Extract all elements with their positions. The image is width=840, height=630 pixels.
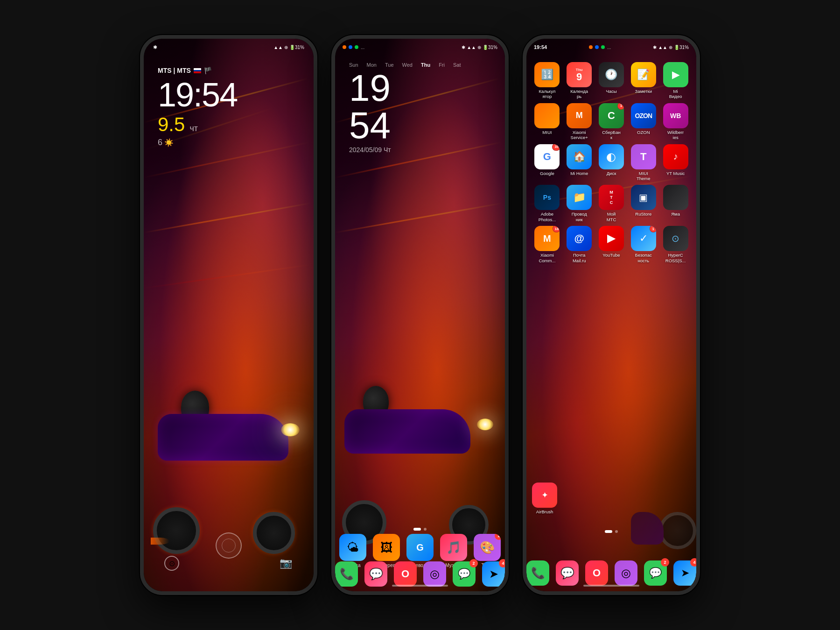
app-sber[interactable]: С 1 СберБанк xyxy=(596,103,627,140)
app-calculator[interactable]: 🔢 Калькулятор xyxy=(532,62,562,99)
wifi-icon: ⊕ xyxy=(284,45,288,50)
ozon-label: OZON xyxy=(637,130,650,135)
battery-grid: 🔋31% xyxy=(674,45,689,50)
themes-app-icon[interactable]: 🎨 2 xyxy=(474,534,501,561)
app-xiaomi-service[interactable]: М XiaomiService+ xyxy=(564,103,595,140)
hyperc-icon[interactable]: ⊙ xyxy=(663,226,688,251)
wifi-home: ⊕ xyxy=(477,45,481,50)
lockscreen-content: MTS | MTS 🏴 19:54 9.5 чт 6 ☀️ xyxy=(158,67,300,147)
app-miui[interactable]: MIUI xyxy=(532,103,562,140)
whatsapp-badge: 2 xyxy=(469,559,478,567)
calculator-icon[interactable]: 🔢 xyxy=(534,62,560,87)
weather-icon: ☀️ xyxy=(164,138,174,147)
security-icon[interactable]: ✓ 1 xyxy=(631,226,656,251)
app-yama[interactable]: Яма xyxy=(660,185,691,222)
google-icon[interactable]: G 30 xyxy=(534,144,560,169)
app-mihome[interactable]: 🏠 Mi Home xyxy=(564,144,595,182)
miui-themes-icon[interactable]: T xyxy=(631,144,656,169)
app-hyperc[interactable]: ⊙ HyperCROSS|S... xyxy=(660,226,691,263)
notes-icon[interactable]: 📝 xyxy=(631,62,656,87)
send-icon-3[interactable]: ➤ 4 xyxy=(673,560,696,586)
camera-icon[interactable]: 📷 xyxy=(276,554,295,573)
flag-icon xyxy=(194,68,201,73)
app-files[interactable]: 📁 Проводник xyxy=(564,185,595,222)
calendar-icon[interactable]: Thu 9 xyxy=(567,62,592,87)
messages-icon[interactable]: 💬 xyxy=(364,561,387,587)
app-miui-themes[interactable]: T MIUITheme xyxy=(628,144,658,182)
adobe-icon[interactable]: Ps xyxy=(534,185,560,210)
status-bar-home: ... ✱ ▲▲ ⊕ 🔋31% xyxy=(335,39,505,56)
gallery-app-icon[interactable]: 🖼 xyxy=(373,534,400,561)
app-grid-container: 🔢 Калькулятор Thu 9 Календарь 🕐 Часы 📝 З… xyxy=(532,62,691,263)
weather-number: 6 xyxy=(158,138,162,147)
bottom-nav-grid[interactable]: 📞 💬 O ◎ 💬 2 ➤ 4 xyxy=(526,560,696,586)
wb-icon[interactable]: WB xyxy=(663,103,688,128)
page-indicators-grid xyxy=(526,530,696,533)
app-mts[interactable]: МТС МойМТС xyxy=(596,185,627,222)
home-button[interactable] xyxy=(216,532,242,559)
miui-icon[interactable] xyxy=(534,103,560,128)
ozon-icon[interactable]: OZON xyxy=(631,103,656,128)
flashlight-icon[interactable]: ⊙ xyxy=(162,554,181,573)
browser-icon-3[interactable]: O xyxy=(585,560,608,586)
whatsapp-icon-3[interactable]: 💬 2 xyxy=(644,560,667,586)
app-clock[interactable]: 🕐 Часы xyxy=(596,62,627,99)
yama-icon[interactable] xyxy=(663,185,688,210)
app-google[interactable]: G 30 Google xyxy=(532,144,562,182)
app4-icon-3[interactable]: ◎ xyxy=(615,560,637,586)
mts-icon[interactable]: МТС xyxy=(599,185,624,210)
app-adobe[interactable]: Ps AdobePhotos... xyxy=(532,185,562,222)
airbrush-icon[interactable]: ✦ xyxy=(532,483,557,508)
app-ozon[interactable]: OZON OZON xyxy=(628,103,658,140)
ytmusic-label: YT Music xyxy=(666,171,685,176)
app-notes[interactable]: 📝 Заметки xyxy=(628,62,658,99)
app-youtube[interactable]: ▶ YouTube xyxy=(596,226,627,263)
ytmusic-icon[interactable]: ♪ xyxy=(663,144,688,169)
weather-app-icon[interactable]: 🌤 xyxy=(339,534,366,561)
airbrush-app[interactable]: ✦ AirBrush xyxy=(532,483,557,514)
send-icon[interactable]: ➤ 4 xyxy=(482,561,505,587)
mail-icon[interactable]: @ xyxy=(567,226,592,251)
translate-app-icon[interactable]: G xyxy=(406,534,434,561)
app-wb[interactable]: WB Wildberries xyxy=(660,103,691,140)
app-disk[interactable]: ◐ Диск xyxy=(596,144,627,182)
app-calendar[interactable]: Thu 9 Календарь xyxy=(564,62,595,99)
xiaomi-service-icon[interactable]: М xyxy=(567,103,592,128)
youtube-icon[interactable]: ▶ xyxy=(599,226,624,251)
messages-icon-3[interactable]: 💬 xyxy=(556,560,579,586)
app-ytmusic[interactable]: ♪ YT Music xyxy=(660,144,691,182)
sber-badge: 1 xyxy=(617,103,624,110)
themes-badge: 2 xyxy=(495,534,501,540)
app-mail[interactable]: @ ПочтаMail.ru xyxy=(564,226,595,263)
rustore-icon[interactable]: ▣ xyxy=(631,185,656,210)
app4-icon[interactable]: ◎ xyxy=(423,561,446,587)
phone-icon[interactable]: 📞 xyxy=(335,561,358,587)
lockscreen-screen: ✱ ▲▲ ⊕ 🔋31% MTS | MTS 🏴 19:54 9.5 чт 6 xyxy=(144,39,314,591)
app-rustore[interactable]: ▣ RuStore xyxy=(628,185,658,222)
airbrush-label: AirBrush xyxy=(536,509,553,514)
browser-icon[interactable]: O xyxy=(394,561,417,587)
weather-info: 6 ☀️ xyxy=(158,138,300,147)
sber-icon[interactable]: С 1 xyxy=(599,103,624,128)
appgrid-screen: 19:54 ... ✱ ▲▲ ⊕ 🔋31% 🔢 Калькулятор xyxy=(526,39,696,591)
dot2-blue xyxy=(595,45,599,49)
more-dots: ... xyxy=(361,45,364,50)
mihome-icon[interactable]: 🏠 xyxy=(567,144,592,169)
home-hour: 19 xyxy=(349,70,461,107)
phone-homescreen: ... ✱ ▲▲ ⊕ 🔋31% Sun Mon Tue Wed Thu Fri … xyxy=(331,35,509,595)
music-app-icon[interactable]: 🎵 xyxy=(440,534,467,561)
phone-icon-3[interactable]: 📞 xyxy=(526,560,549,586)
xiaomi-comm-icon[interactable]: М 18 xyxy=(534,226,560,251)
app-xiaomi-comm[interactable]: М 18 XiaomiComm... xyxy=(532,226,562,263)
clock-icon[interactable]: 🕐 xyxy=(599,62,624,87)
disk-label: Диск xyxy=(607,171,616,176)
files-icon[interactable]: 📁 xyxy=(567,185,592,210)
mivideo-icon[interactable]: ▶ xyxy=(663,62,688,87)
disk-icon[interactable]: ◐ xyxy=(599,144,624,169)
day-fri: Fri xyxy=(439,62,445,68)
whatsapp-icon[interactable]: 💬 2 xyxy=(453,561,476,587)
send-badge-3: 4 xyxy=(690,558,696,567)
app-security[interactable]: ✓ 1 Безопасность xyxy=(628,226,658,263)
google-badge: 30 xyxy=(552,144,560,151)
app-mivideo[interactable]: ▶ MiВидео xyxy=(660,62,691,99)
